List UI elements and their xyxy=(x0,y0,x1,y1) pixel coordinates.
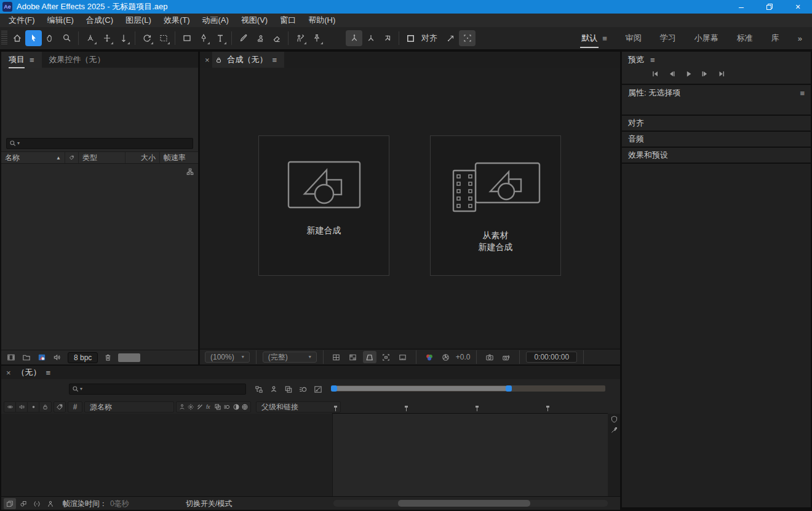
motion-blur-switch-icon[interactable] xyxy=(223,403,231,411)
timecode-display[interactable]: 0:00:00:00 xyxy=(526,352,577,363)
view-axis-mode-button[interactable] xyxy=(379,30,396,46)
delete-button[interactable] xyxy=(103,353,113,362)
in-out-panes-button[interactable] xyxy=(31,498,43,509)
magnification-dropdown[interactable]: (100%) ▾ xyxy=(205,352,250,363)
new-composition-button[interactable] xyxy=(37,353,47,362)
transfer-controls-pane-button[interactable] xyxy=(17,498,30,509)
resolution-dropdown[interactable]: (完整) ▾ xyxy=(263,352,317,363)
previous-frame-button[interactable] xyxy=(666,69,678,79)
parent-link-header[interactable]: 父级和链接 xyxy=(256,401,341,412)
workspace-tab-default[interactable]: 默认 ≡ xyxy=(581,33,607,44)
collapse-switch-icon[interactable] xyxy=(187,403,194,411)
work-area-end-handle[interactable] xyxy=(506,385,512,392)
column-type[interactable]: 类型 xyxy=(79,152,125,163)
work-area-start-handle[interactable] xyxy=(331,385,337,392)
audio-panel-header[interactable]: 音频 xyxy=(622,132,811,147)
lock-icon[interactable] xyxy=(39,402,51,412)
new-composition-card[interactable]: 新建合成 xyxy=(258,135,389,276)
channel-rgb-button[interactable] xyxy=(423,351,436,363)
orbit-camera-tool[interactable] xyxy=(82,30,98,46)
video-eye-icon[interactable] xyxy=(4,402,16,412)
column-framerate[interactable]: 帧速率 xyxy=(160,152,197,163)
new-folder-button[interactable] xyxy=(22,353,31,362)
timeline-hscroll-thumb[interactable] xyxy=(398,500,530,507)
workspace-tab-review[interactable]: 审阅 xyxy=(626,33,642,44)
last-frame-button[interactable] xyxy=(715,69,728,79)
panel-menu-icon[interactable]: ≡ xyxy=(800,89,805,98)
first-frame-button[interactable] xyxy=(649,69,661,79)
hand-tool[interactable] xyxy=(42,30,58,46)
pan-camera-tool[interactable] xyxy=(98,30,115,46)
solo-icon[interactable] xyxy=(28,402,39,412)
comp-button-icon[interactable] xyxy=(610,426,618,434)
workspace-overflow-button[interactable]: » xyxy=(798,34,802,43)
workspace-tab-learn[interactable]: 学习 xyxy=(660,33,676,44)
workspace-tab-libraries[interactable]: 库 xyxy=(771,33,779,44)
quality-switch-icon[interactable] xyxy=(196,403,204,411)
panel-menu-icon[interactable]: ≡ xyxy=(273,55,277,65)
menu-effect[interactable]: 效果(T) xyxy=(157,15,196,26)
tab-composition[interactable]: 合成（无） ≡ xyxy=(212,52,285,68)
adjustment-layer-switch-icon[interactable] xyxy=(233,403,240,411)
eraser-tool[interactable] xyxy=(268,30,285,46)
show-snapshot-button[interactable] xyxy=(500,351,513,363)
workspace-menu-icon[interactable]: ≡ xyxy=(602,34,607,43)
selection-tool[interactable] xyxy=(25,30,42,46)
project-search-input[interactable]: ▾ xyxy=(6,138,193,149)
transparency-grid-button[interactable] xyxy=(346,351,360,363)
exposure-aperture-icon[interactable] xyxy=(439,351,453,363)
new-composition-from-footage-card[interactable]: 从素材 新建合成 xyxy=(430,135,561,276)
menu-file[interactable]: 文件(F) xyxy=(2,15,41,26)
column-name[interactable]: 名称 ▲ xyxy=(1,152,65,163)
menu-layer[interactable]: 图层(L) xyxy=(119,15,157,26)
audio-speaker-icon[interactable] xyxy=(16,402,28,412)
menu-edit[interactable]: 编辑(E) xyxy=(41,15,80,26)
region-of-interest-button[interactable] xyxy=(380,351,393,363)
snap-label[interactable]: 对齐 xyxy=(421,33,437,44)
track-lanes-area[interactable] xyxy=(332,414,608,496)
frame-blend-switch-icon[interactable] xyxy=(214,403,221,411)
panel-menu-icon[interactable]: ≡ xyxy=(46,368,51,377)
align-panel-header[interactable]: 对齐 xyxy=(622,116,811,131)
dolly-camera-tool[interactable] xyxy=(115,30,132,46)
local-axis-mode-button[interactable] xyxy=(346,30,362,46)
effects-presets-panel-header[interactable]: 效果和预设 xyxy=(622,148,811,163)
roto-brush-tool[interactable] xyxy=(292,30,308,46)
proxy-button[interactable] xyxy=(52,353,62,362)
panel-close-icon[interactable]: × xyxy=(200,52,212,68)
search-options-chevron[interactable]: ▾ xyxy=(80,387,82,392)
lock-icon[interactable] xyxy=(215,56,223,64)
minimize-button[interactable]: – xyxy=(727,0,755,14)
zoom-tool[interactable] xyxy=(58,30,75,46)
fx-switch-icon[interactable]: fx xyxy=(205,403,213,411)
panel-close-icon[interactable]: × xyxy=(1,368,14,377)
time-ruler[interactable] xyxy=(332,400,608,414)
frame-blending-button[interactable] xyxy=(282,383,295,395)
panel-menu-icon[interactable]: ≡ xyxy=(30,55,34,65)
menu-help[interactable]: 帮助(H) xyxy=(302,15,341,26)
workspace-tab-standard[interactable]: 标准 xyxy=(737,33,753,44)
exposure-value[interactable]: +0.0 xyxy=(456,353,471,361)
pen-tool[interactable] xyxy=(195,30,212,46)
toggle-switches-modes-button[interactable]: 切换开关/模式 xyxy=(186,499,232,509)
3d-layer-switch-icon[interactable] xyxy=(241,403,249,411)
column-label-color[interactable] xyxy=(65,152,79,163)
column-size[interactable]: 大小 xyxy=(125,152,160,163)
rotate-tool[interactable] xyxy=(138,30,155,46)
rectangle-tool[interactable] xyxy=(178,30,195,46)
next-frame-button[interactable] xyxy=(699,69,711,79)
source-name-header[interactable]: 源名称 xyxy=(84,401,174,412)
shy-layers-button[interactable] xyxy=(267,383,281,395)
tab-timeline[interactable]: （无） ≡ xyxy=(14,366,58,379)
home-button[interactable] xyxy=(9,30,25,46)
search-options-chevron[interactable]: ▾ xyxy=(17,141,20,146)
graph-editor-button[interactable] xyxy=(311,383,325,395)
clone-stamp-tool[interactable] xyxy=(252,30,268,46)
work-area-bar[interactable] xyxy=(331,385,605,392)
restore-button[interactable] xyxy=(755,0,784,14)
close-button[interactable]: × xyxy=(784,0,812,14)
motion-blur-button[interactable] xyxy=(297,383,310,395)
grid-guides-button[interactable] xyxy=(330,351,343,363)
snap-options-button[interactable] xyxy=(442,30,459,46)
menu-window[interactable]: 窗口 xyxy=(274,15,302,26)
